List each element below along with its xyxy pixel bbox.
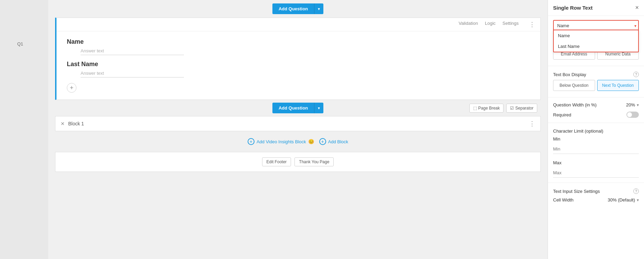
question-block-container: Validation Logic Settings ⋮ Name Answer … [55,18,541,100]
block-header-tabs: Validation Logic Settings ⋮ [459,21,535,28]
add-block-area: + Add Video Insights Block 😊 + Add Block [48,131,548,152]
more-options-icon[interactable]: ⋮ [529,21,535,28]
text-input-size-help-icon[interactable]: ? [633,188,639,194]
video-emoji-icon: 😊 [308,139,314,144]
divider-1 [548,66,644,66]
validation-tab[interactable]: Validation [459,21,478,28]
question-1: Name Answer text [67,38,527,55]
position-below-question[interactable]: Below Question [553,80,595,91]
max-input[interactable] [553,168,639,178]
add-block-button[interactable]: + Add Block [319,138,349,145]
text-box-display-label: Text Box Display ? [548,69,644,79]
footer-area: Edit Footer Thank You Page [55,152,541,172]
question-width-number: 20% [626,102,635,107]
cell-width-dropdown-icon[interactable]: ▾ [637,198,639,203]
question-1-title: Name [67,38,527,45]
separator-button[interactable]: ☑ Separator [506,104,537,113]
min-input[interactable] [553,144,639,154]
block1-title-group: ✕ Block 1 [61,121,84,126]
divider-3 [548,123,644,123]
question-width-row: Question Width (in %) 20% ▾ [548,100,644,110]
separator-icon: ☑ [510,106,514,111]
add-row-button[interactable]: + [67,83,76,93]
add-block-label: Add Block [328,139,349,144]
main-content: Add Question ▾ Validation Logic Settings… [48,0,548,259]
right-panel-title: Single Row Text [553,5,593,11]
cell-width-row: Cell Width 30% (Default) ▾ [548,195,644,205]
left-gutter: Q1 [0,0,48,259]
divider-4 [548,183,644,183]
dropdown-group: Name Last Name ▼ Name Last Name [548,16,644,35]
page-break-icon: ⬚ [473,106,477,111]
page-break-button[interactable]: ⬚ Page Break [469,104,504,113]
top-bar: Add Question ▾ [48,0,548,18]
separator-label: Separator [515,106,533,111]
character-limit-text: Character Limit (optional) [553,128,603,134]
cell-width-label: Cell Width [553,197,573,203]
text-box-display-text: Text Box Display [553,72,586,77]
add-video-insights-plus-icon: + [248,138,255,145]
question-2-answer: Answer text [81,71,184,77]
question-width-label: Question Width (in %) [553,102,596,107]
max-label: Max [548,159,644,167]
question-width-value: 20% ▾ [626,102,639,107]
block1-more-icon[interactable]: ⋮ [529,120,535,127]
character-limit-label: Character Limit (optional) [548,126,644,135]
block1-header: ✕ Block 1 ⋮ [55,116,540,131]
dropdown-popup-item-lastname[interactable]: Last Name [554,41,638,52]
position-grid: Below Question Next To Question [548,79,644,94]
block-header-bar: Validation Logic Settings ⋮ [56,18,540,31]
required-toggle[interactable] [626,112,639,118]
cell-width-value: 30% (Default) [608,197,635,203]
dropdown-popup: Name Last Name [553,30,639,52]
add-block-plus-icon: + [319,138,326,145]
dropdown-popup-item-name[interactable]: Name [554,30,638,41]
add-question-bar-right: ⬚ Page Break ☑ Separator [469,104,537,113]
block1-label: Block 1 [68,121,84,126]
thank-you-page-button[interactable]: Thank You Page [294,157,334,166]
right-panel: Single Row Text × Name Last Name ▼ Name … [548,0,644,259]
add-question-bar-2: Add Question ▾ ⬚ Page Break ☑ Separator [48,100,548,116]
add-question-button[interactable]: Add Question [272,3,314,14]
close-right-panel-button[interactable]: × [635,4,639,11]
add-question-dropdown-2[interactable]: ▾ [314,103,323,113]
block1-container: ✕ Block 1 ⋮ [55,116,541,131]
right-panel-header: Single Row Text × [548,0,644,16]
question-block: Name Answer text Last Name Answer text + [56,31,540,100]
add-video-insights-button[interactable]: + Add Video Insights Block 😊 [248,138,314,145]
required-label: Required [553,112,571,117]
logic-tab[interactable]: Logic [485,21,496,28]
text-input-size-text: Text Input Size Settings [553,189,600,194]
question-1-answer: Answer text [81,48,184,55]
edit-footer-button[interactable]: Edit Footer [262,157,291,166]
collapse-icon[interactable]: ✕ [61,121,65,126]
add-question-dropdown-arrow[interactable]: ▾ [314,3,323,14]
page-break-label: Page Break [478,106,500,111]
required-toggle-knob [627,112,632,117]
min-label: Min [548,135,644,143]
settings-tab[interactable]: Settings [502,21,519,28]
position-next-to-question[interactable]: Next To Question [597,80,639,91]
text-input-size-label: Text Input Size Settings ? [548,186,644,195]
add-question-group-2: Add Question ▾ [272,103,323,113]
add-question-button-2[interactable]: Add Question [272,103,314,113]
required-row: Required [548,110,644,120]
add-question-group: Add Question ▾ [272,3,323,14]
question-2: Last Name Answer text [67,61,527,77]
question-2-title: Last Name [67,61,527,68]
question-width-dropdown-icon[interactable]: ▾ [637,103,639,107]
question-label: Q1 [17,41,23,46]
add-video-insights-label: Add Video Insights Block [257,139,306,144]
cell-width-value-group: 30% (Default) ▾ [608,197,639,203]
divider-2 [548,97,644,97]
text-box-display-help-icon[interactable]: ? [633,72,639,77]
